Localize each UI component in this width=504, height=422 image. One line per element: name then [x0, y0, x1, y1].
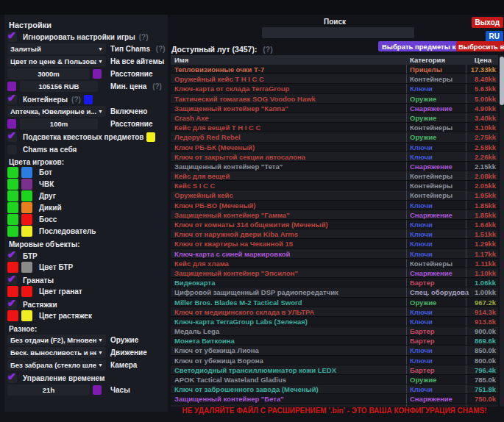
- color-swatch-secondary[interactable]: [21, 226, 32, 237]
- table-row[interactable]: Кейс для хламаКонтейнеры1.11kk: [171, 259, 498, 268]
- table-row[interactable]: Монета БиткоинаБартер869.6k: [171, 336, 498, 346]
- color-swatch[interactable]: [93, 385, 102, 395]
- color-pair-label: Дикий: [39, 204, 62, 212]
- scrollbar-thumb[interactable]: [500, 57, 504, 105]
- color-swatch-secondary[interactable]: [21, 202, 32, 213]
- dropdown-label: Камера: [110, 361, 137, 369]
- color-swatch-secondary[interactable]: [21, 190, 32, 201]
- table-row[interactable]: Оружейный кейс T H I C CКонтейнеры8.48kk: [171, 74, 498, 84]
- table-row[interactable]: Ключ от убежища ВоронаКлючи800.0k: [171, 356, 498, 365]
- table-row[interactable]: Ключ-карта от склада TerraGroupКлючи5.63…: [171, 84, 498, 93]
- settings-check-row: Контейнеры(?): [7, 95, 168, 104]
- help-hint: (?): [139, 33, 149, 41]
- item-price-cell: 796.4k: [466, 365, 498, 374]
- dropdown[interactable]: Аптечка, Ювелирные и...▼: [7, 106, 106, 117]
- color-swatch[interactable]: [7, 82, 16, 91]
- dropdown[interactable]: Без забрала (стекло шлема)▼: [7, 360, 106, 371]
- color-swatch-primary[interactable]: [7, 179, 18, 190]
- table-row[interactable]: Цифровой защищенный DSP радиопередатчикС…: [171, 287, 498, 297]
- table-row[interactable]: Ключ от квартиры на Чеканной 15Ключи1.29…: [171, 239, 498, 248]
- item-category-cell: Ключи: [406, 143, 469, 151]
- table-row[interactable]: Ледоруб Red RebelОружие2.75kk: [171, 132, 498, 142]
- color-swatch-primary[interactable]: [7, 202, 18, 213]
- exit-button[interactable]: Выход: [472, 17, 503, 28]
- color-swatch-primary[interactable]: [7, 214, 18, 225]
- table-row[interactable]: Ключ от наружной двери Kiba ArmsКлючи1.5…: [171, 229, 498, 239]
- table-row[interactable]: Miller Bros. Blades M-2 Tactical SwordОр…: [171, 298, 498, 307]
- color-swatch[interactable]: [7, 119, 16, 129]
- table-row[interactable]: Crash AxeОружие3.40kk: [171, 113, 498, 123]
- dropdown[interactable]: Залитый▼: [7, 43, 106, 54]
- checkbox-checked[interactable]: [7, 32, 17, 42]
- color-swatch-primary[interactable]: [7, 167, 18, 178]
- table-row[interactable]: APOK Tactical Wasteland GladiusОружие785…: [171, 375, 498, 385]
- table-row[interactable]: Ключ от закрытой секции автосалонаКлючи2…: [171, 152, 498, 162]
- checkbox-label: Управление временем: [23, 374, 104, 382]
- column-header-price[interactable]: Цена: [475, 55, 491, 65]
- table-row[interactable]: Ключ от заброшенного завода (Меченый)Клю…: [171, 385, 498, 394]
- loot-scrollbar[interactable]: [500, 55, 504, 407]
- table-row[interactable]: Ключ от медицинского склада в УЛЬТРАКлюч…: [171, 307, 498, 317]
- color-swatch-primary[interactable]: [7, 190, 18, 201]
- color-swatch-secondary[interactable]: [21, 262, 32, 273]
- color-swatch-primary[interactable]: [7, 262, 18, 273]
- table-row[interactable]: Ключ РБ-ВО (Меченый)Ключи1.85kk: [171, 201, 498, 210]
- table-row[interactable]: Медаль LegaБартер900.0k: [171, 326, 498, 336]
- item-price-cell: 5.63kk: [466, 84, 498, 93]
- color-swatch-primary[interactable]: [7, 226, 18, 237]
- value-input[interactable]: 3000m: [7, 68, 90, 79]
- table-row[interactable]: Ключ РБ-БК (Меченый)Ключи2.58kk: [171, 143, 498, 152]
- color-swatch-primary[interactable]: [7, 286, 18, 297]
- table-row[interactable]: Ключ от комнаты 314 общежития (Меченый)К…: [171, 220, 498, 229]
- color-swatch-secondary[interactable]: [21, 179, 32, 190]
- checkbox-checked[interactable]: [7, 132, 17, 142]
- color-swatch-secondary[interactable]: [21, 310, 32, 321]
- table-row[interactable]: Ключ-карта с синей маркировкойКлючи1.17k…: [171, 249, 498, 259]
- table-row[interactable]: Ключ от убежища ЛионаКлючи850.0k: [171, 346, 498, 355]
- value-input[interactable]: 21h: [7, 385, 90, 396]
- table-row[interactable]: Тактический томагавк SOG Voodoo HawkОруж…: [171, 94, 498, 104]
- language-button[interactable]: RU: [486, 31, 503, 42]
- color-swatch[interactable]: [84, 95, 93, 104]
- item-name-cell: Ключ от убежища Ворона: [171, 356, 408, 365]
- checkbox-unchecked[interactable]: [7, 145, 17, 154]
- table-row[interactable]: Тепловизионные очки Т-7Прицелы17.33kk: [171, 65, 498, 74]
- table-row[interactable]: Защищенный контейнер "Эпсилон"Снаряжение…: [171, 268, 498, 278]
- dropdown[interactable]: Беск. выносливость и нет уста▼: [7, 347, 106, 358]
- checkbox-checked[interactable]: [7, 276, 17, 285]
- color-swatch[interactable]: [93, 69, 102, 79]
- item-category-cell: Снаряжение: [406, 268, 469, 277]
- color-swatch-primary[interactable]: [7, 310, 18, 321]
- search-input[interactable]: [262, 27, 414, 38]
- color-swatch-secondary[interactable]: [21, 167, 32, 178]
- table-row[interactable]: Кейс для вещейКонтейнеры2.08kk: [171, 171, 498, 181]
- color-swatch-secondary[interactable]: [21, 214, 32, 225]
- table-row[interactable]: Ключ-карта TerraGroup Labs (Зеленая)Ключ…: [171, 317, 498, 326]
- column-header-name[interactable]: Имя: [174, 55, 188, 65]
- color-swatch[interactable]: [146, 132, 155, 142]
- config-warning: НЕ УДАЛЯЙТЕ ФАЙЛ С РАСШИРЕНИЕМ '.bin' - …: [171, 407, 498, 415]
- item-name-cell: Защищенный контейнер "Каппа": [171, 104, 408, 113]
- value-input[interactable]: 100m: [20, 118, 98, 129]
- table-row[interactable]: Защищенный контейнер "Каппа"Снаряжение4.…: [171, 104, 498, 113]
- table-row[interactable]: Кейс для вещей T H I C CКонтейнеры3.10kk: [171, 123, 498, 132]
- dropdown[interactable]: Цвет по цене & Пользователь▼: [7, 56, 106, 67]
- table-row[interactable]: ВидеокартаБартер1.06kk: [171, 278, 498, 287]
- table-row[interactable]: Защищенный контейнер "Бета"Снаряжение750…: [171, 394, 498, 404]
- table-row[interactable]: Защищенный контейнер "Тета"Снаряжение2.1…: [171, 162, 498, 171]
- table-row[interactable]: Оружейный кейсКонтейнеры1.95kk: [171, 190, 498, 200]
- table-row[interactable]: Защищенный контейнер "Гамма"Снаряжение1.…: [171, 210, 498, 220]
- checkbox-checked[interactable]: [7, 251, 17, 261]
- checkbox-checked[interactable]: [7, 373, 17, 383]
- table-row[interactable]: Светодиодный трансиллюминатор кожи LEDXБ…: [171, 365, 498, 375]
- table-row[interactable]: Кейс S I C CКонтейнеры2.05kk: [171, 181, 498, 190]
- checkbox-checked[interactable]: [7, 300, 17, 310]
- column-header-category[interactable]: Категория: [410, 55, 445, 65]
- value-input[interactable]: 105156 RUB: [20, 81, 98, 92]
- color-swatch-secondary[interactable]: [21, 286, 32, 297]
- dropdown[interactable]: Без отдачи (F2), Мгновенное п▼: [7, 335, 106, 346]
- item-price-cell: 800.0k: [466, 356, 498, 365]
- checkbox-checked[interactable]: [7, 95, 17, 104]
- item-price-cell: 3.40kk: [466, 113, 498, 122]
- discard-all-button[interactable]: Выбросить все: [456, 41, 504, 51]
